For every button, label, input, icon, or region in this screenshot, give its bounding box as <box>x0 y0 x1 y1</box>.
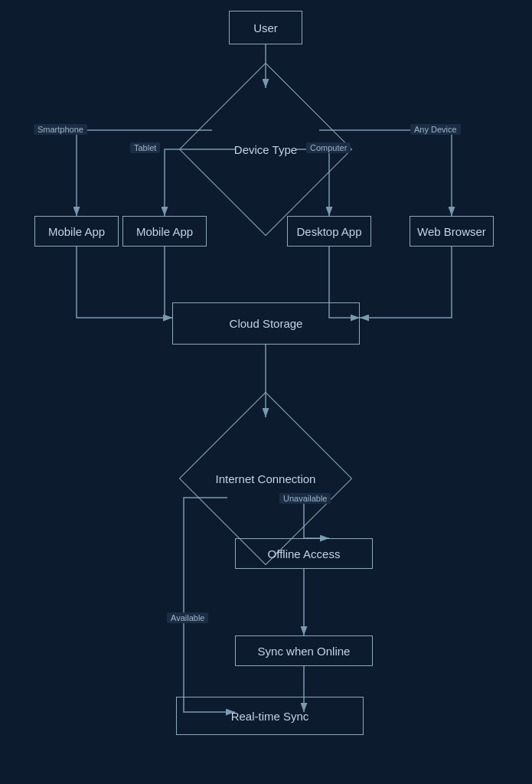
computer-label: Computer <box>306 142 351 153</box>
internet-connection-diamond: Internet Connection <box>180 417 351 540</box>
tablet-label: Tablet <box>130 142 160 153</box>
offline-access-box: Offline Access <box>235 538 373 569</box>
offline-access-label: Offline Access <box>268 547 341 560</box>
smartphone-label: Smartphone <box>34 124 87 135</box>
sync-when-online-label: Sync when Online <box>258 645 351 658</box>
web-browser-label: Web Browser <box>417 225 486 238</box>
realtime-sync-box: Real-time Sync <box>176 697 364 735</box>
user-label: User <box>253 21 278 34</box>
cloud-storage-box: Cloud Storage <box>172 302 360 345</box>
flowchart: User Device Type Smartphone Tablet Compu… <box>0 0 532 784</box>
mobile-app-2-label: Mobile App <box>136 225 193 238</box>
mobile-app-2-box: Mobile App <box>122 216 207 247</box>
available-label: Available <box>167 612 208 623</box>
cloud-storage-label: Cloud Storage <box>230 317 303 330</box>
unavailable-label: Unavailable <box>279 493 331 504</box>
user-box: User <box>229 11 302 44</box>
desktop-app-label: Desktop App <box>296 225 361 238</box>
desktop-app-box: Desktop App <box>287 216 371 247</box>
mobile-app-1-box: Mobile App <box>34 216 119 247</box>
any-device-label: Any Device <box>410 124 461 135</box>
realtime-sync-label: Real-time Sync <box>231 710 309 723</box>
web-browser-box: Web Browser <box>410 216 494 247</box>
mobile-app-1-label: Mobile App <box>48 225 105 238</box>
sync-when-online-box: Sync when Online <box>235 635 373 666</box>
